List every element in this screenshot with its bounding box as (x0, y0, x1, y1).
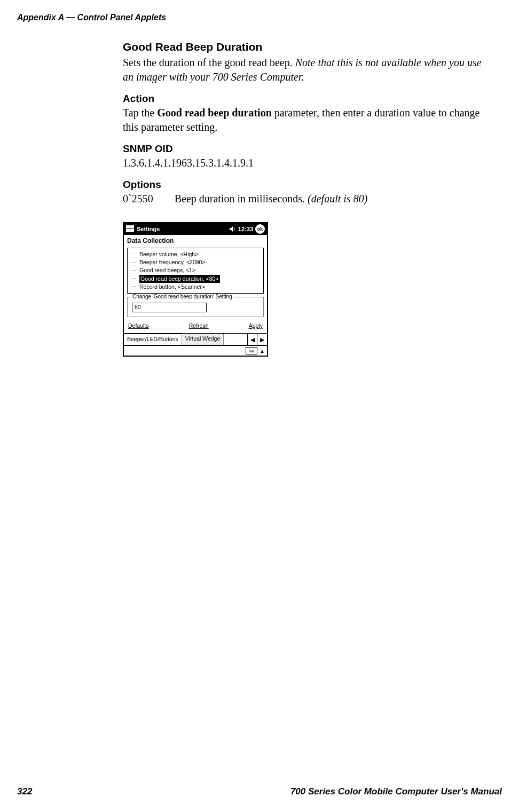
main-content: Good Read Beep Duration Sets the duratio… (123, 41, 486, 357)
device-screenshot: Settings 12:33 ok Data Collection ⋯Beepe… (123, 222, 268, 357)
tree-label: Good read beeps, <1> (139, 266, 195, 274)
tree-label: Beeper frequency, <2090> (139, 258, 206, 266)
action-title: Action (123, 93, 486, 105)
tree-item[interactable]: ⋯Beeper frequency, <2090> (131, 258, 262, 266)
tab-strip: Beeper/LED/Buttons Virtual Wedge ◀ ▶ (124, 333, 267, 345)
tree-item[interactable]: ⋯Beeper volume, <High> (131, 250, 262, 258)
svg-rect-0 (126, 225, 130, 228)
snmp-oid: 1.3.6.1.4.1.1963.15.3.1.4.1.9.1 (123, 156, 486, 170)
svg-rect-3 (130, 229, 134, 232)
section-title: Good Read Beep Duration (123, 41, 486, 53)
svg-marker-4 (230, 226, 233, 232)
action-bold: Good read beep duration (157, 107, 272, 119)
tree-item[interactable]: ⋯Good read beeps, <1> (131, 266, 262, 274)
tab-scroll-right-icon[interactable]: ▶ (257, 334, 267, 345)
page-header: Appendix A — Control Panel Applets (17, 13, 166, 22)
action-paragraph: Tap the Good read beep duration paramete… (123, 106, 486, 135)
speaker-icon[interactable] (230, 226, 236, 232)
tab-beeper-led[interactable]: Beeper/LED/Buttons (124, 333, 182, 345)
tree-item[interactable]: ⋯Record button, <Scanner> (131, 283, 262, 291)
options-desc-plain: Beep duration in milliseconds. (175, 193, 308, 204)
options-row: 0`2550 Beep duration in milliseconds. (d… (123, 192, 486, 206)
ss-clock: 12:33 (238, 226, 253, 232)
page-number: 322 (17, 786, 32, 797)
ss-settings-label: Settings (137, 226, 160, 232)
duration-input[interactable]: 80 (132, 303, 207, 312)
tab-scroll-arrows: ◀ ▶ (247, 334, 267, 345)
button-row: Defaults Refresh Apply (124, 319, 267, 333)
manual-title: 700 Series Color Mobile Computer User's … (290, 786, 502, 797)
section-paragraph: Sets the duration of the good read beep.… (123, 56, 486, 84)
options-desc-italic: (default is 80) (308, 193, 367, 204)
ss-topbar-right: 12:33 ok (230, 224, 265, 234)
keyboard-icon[interactable]: ⌨ (246, 347, 257, 354)
snmp-title: SNMP OID (123, 143, 486, 155)
tree-label: Record button, <Scanner> (139, 283, 205, 291)
refresh-button[interactable]: Refresh (189, 322, 209, 329)
sip-up-icon[interactable]: ▲ (260, 348, 265, 354)
tree-item[interactable]: ⋯Good read beep duration, <80> (131, 275, 262, 283)
ss-topbar-left: Settings (126, 225, 160, 233)
ss-window-bar: Settings 12:33 ok (124, 223, 267, 235)
options-title: Options (123, 179, 486, 191)
page-footer: 322 700 Series Color Mobile Computer Use… (17, 786, 502, 797)
options-desc: Beep duration in milliseconds. (default … (175, 192, 368, 206)
parameter-tree[interactable]: ⋯Beeper volume, <High> ⋯Beeper frequency… (127, 248, 264, 294)
defaults-button[interactable]: Defaults (128, 322, 149, 329)
tab-scroll-left-icon[interactable]: ◀ (248, 334, 257, 345)
ss-app-title: Data Collection (124, 235, 267, 246)
ok-button[interactable]: ok (255, 224, 265, 234)
change-legend: Change 'Good read beep duration' Setting (131, 294, 234, 299)
ss-bottom-bar: ⌨ ▲ (124, 345, 267, 356)
options-range: 0`2550 (123, 192, 153, 206)
apply-button[interactable]: Apply (249, 322, 263, 329)
svg-rect-1 (130, 225, 134, 228)
windows-flag-icon[interactable] (126, 225, 135, 233)
tree-label-selected: Good read beep duration, <80> (139, 275, 220, 283)
tab-virtual-wedge[interactable]: Virtual Wedge (182, 334, 224, 345)
action-pre: Tap the (123, 107, 157, 119)
section-para-plain: Sets the duration of the good read beep. (123, 57, 295, 68)
tree-label: Beeper volume, <High> (139, 250, 198, 258)
svg-rect-2 (126, 229, 130, 232)
change-setting-group: Change 'Good read beep duration' Setting… (127, 297, 264, 317)
